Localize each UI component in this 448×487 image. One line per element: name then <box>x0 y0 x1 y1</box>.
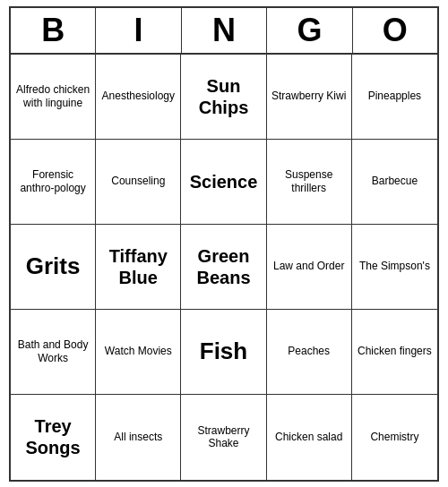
cell-text-1: Anesthesiology <box>102 90 175 102</box>
cell-text-18: Peaches <box>288 345 330 357</box>
bingo-grid: Alfredo chicken with linguineAnesthesiol… <box>11 55 437 480</box>
cell-text-24: Chemistry <box>370 431 418 443</box>
cell-text-0: Alfredo chicken with linguine <box>14 83 91 109</box>
cell-text-17: Fish <box>200 337 247 365</box>
cell-text-4: Pineapples <box>368 90 421 102</box>
bingo-cell-18: Peaches <box>267 310 352 395</box>
bingo-cell-15: Bath and Body Works <box>11 310 96 395</box>
bingo-letter-n: N <box>182 8 267 53</box>
cell-text-14: The Simpson's <box>359 260 430 272</box>
bingo-cell-4: Pineapples <box>352 55 437 140</box>
bingo-cell-20: Trey Songs <box>11 395 96 480</box>
cell-text-16: Watch Movies <box>105 345 172 357</box>
bingo-cell-22: Strawberry Shake <box>181 395 266 480</box>
cell-text-15: Bath and Body Works <box>14 338 91 364</box>
cell-text-3: Strawberry Kiwi <box>271 90 346 102</box>
bingo-cell-9: Barbecue <box>352 140 437 225</box>
cell-text-19: Chicken fingers <box>358 345 432 357</box>
cell-text-8: Suspense thrillers <box>271 168 348 194</box>
cell-text-5: Forensic anthro-pology <box>14 168 91 194</box>
cell-text-21: All insects <box>114 431 162 443</box>
bingo-cell-10: Grits <box>11 225 96 310</box>
bingo-cell-12: Green Beans <box>181 225 266 310</box>
bingo-cell-1: Anesthesiology <box>96 55 181 140</box>
cell-text-2: Sun Chips <box>185 75 262 118</box>
cell-text-23: Chicken salad <box>275 431 342 443</box>
cell-text-9: Barbecue <box>372 175 418 187</box>
bingo-cell-19: Chicken fingers <box>352 310 437 395</box>
bingo-letter-o: O <box>353 8 437 53</box>
bingo-cell-17: Fish <box>181 310 266 395</box>
bingo-cell-13: Law and Order <box>267 225 352 310</box>
bingo-card: BINGO Alfredo chicken with linguineAnest… <box>9 6 439 482</box>
bingo-letter-g: G <box>267 8 352 53</box>
cell-text-11: Tiffany Blue <box>99 245 177 288</box>
bingo-cell-7: Science <box>181 140 266 225</box>
bingo-cell-21: All insects <box>96 395 181 480</box>
bingo-header: BINGO <box>11 8 437 55</box>
cell-text-10: Grits <box>26 252 81 280</box>
cell-text-20: Trey Songs <box>14 415 91 458</box>
bingo-cell-5: Forensic anthro-pology <box>11 140 96 225</box>
bingo-cell-14: The Simpson's <box>352 225 437 310</box>
bingo-letter-i: I <box>96 8 181 53</box>
cell-text-12: Green Beans <box>185 245 262 288</box>
bingo-cell-16: Watch Movies <box>96 310 181 395</box>
bingo-cell-23: Chicken salad <box>267 395 352 480</box>
cell-text-13: Law and Order <box>273 260 344 272</box>
bingo-cell-24: Chemistry <box>352 395 437 480</box>
bingo-cell-8: Suspense thrillers <box>267 140 352 225</box>
bingo-cell-3: Strawberry Kiwi <box>267 55 352 140</box>
cell-text-6: Counseling <box>111 175 165 187</box>
bingo-cell-2: Sun Chips <box>181 55 266 140</box>
cell-text-7: Science <box>190 171 258 192</box>
bingo-cell-6: Counseling <box>96 140 181 225</box>
cell-text-22: Strawberry Shake <box>185 424 262 450</box>
bingo-cell-11: Tiffany Blue <box>96 225 181 310</box>
bingo-letter-b: B <box>11 8 96 53</box>
bingo-cell-0: Alfredo chicken with linguine <box>11 55 96 140</box>
